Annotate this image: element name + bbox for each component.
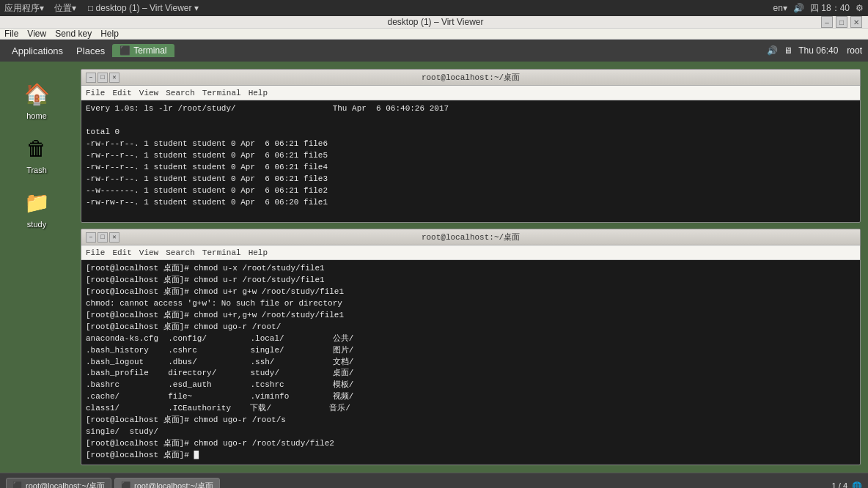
window-title-sys[interactable]: □ desktop (1) – Virt Viewer ▾ (88, 3, 199, 13)
trash-icon-label: Trash (26, 166, 47, 174)
desktop-icon-trash[interactable]: 🗑 Trash (19, 130, 54, 177)
term1-menu-help[interactable]: Help (249, 89, 268, 97)
term1-menu-edit[interactable]: Edit (112, 89, 131, 97)
term1-close[interactable]: ✕ (109, 73, 119, 83)
menu-help[interactable]: Help (100, 29, 119, 39)
study-icon-label: study (27, 220, 46, 229)
term1-minimize[interactable]: – (86, 73, 96, 83)
sys-left: 应用程序▾ 位置▾ □ desktop (1) – Virt Viewer ▾ (4, 2, 199, 15)
vm-area: Applications Places ⬛ Terminal 🔊 🖥 Thu 0… (0, 40, 868, 488)
term1-content: Every 1.0s: ls -lr /root/study/ Thu Apr … (81, 100, 860, 211)
term2-menu-search[interactable]: Search (166, 248, 195, 257)
term1-menu-view[interactable]: View (139, 89, 158, 97)
maximize-button[interactable]: □ (836, 16, 847, 28)
terminals-area: – □ ✕ root@localhost:~/桌面 File Edit View… (73, 62, 868, 473)
virt-title-bar: desktop (1) – Virt Viewer – □ ✕ (0, 16, 868, 29)
taskbar-term1-icon: ⬛ (12, 481, 23, 488)
menu-file[interactable]: File (4, 29, 18, 39)
term1-menu-file[interactable]: File (86, 89, 105, 97)
sys-right: en▾ 🔊 四 18：40 ⚙ (773, 2, 864, 15)
menu-sendkey[interactable]: Send key (55, 29, 92, 39)
guest-terminal-tab[interactable]: ⬛ Terminal (112, 44, 174, 57)
virt-title-text: desktop (1) – Virt Viewer (50, 17, 821, 27)
term2-text: [root@localhost 桌面]# chmod u-x /root/stu… (86, 263, 856, 462)
taskbar-globe-icon[interactable]: 🌐 (852, 481, 862, 488)
term2-title-bar: – □ ✕ root@localhost:~/桌面 (81, 229, 860, 245)
term2-close[interactable]: ✕ (109, 232, 119, 243)
terminal-tab-label: Terminal (133, 45, 166, 56)
term1-menu-terminal[interactable]: Terminal (202, 89, 241, 97)
taskbar-page-indicator: 1 / 4 (832, 481, 847, 488)
term2-minimize[interactable]: – (86, 232, 96, 243)
desktop-area: 🏠 home 🗑 Trash 📁 study (0, 62, 868, 473)
desktop-icon-study[interactable]: 📁 study (19, 185, 54, 232)
minimize-button[interactable]: – (821, 16, 833, 28)
app-menu-sys[interactable]: 应用程序▾ (4, 2, 44, 15)
taskbar-term2-label: root@localhost:~/桌面 (134, 481, 213, 488)
guest-applications-menu[interactable]: Applications (6, 44, 69, 58)
guest-user: root (847, 45, 862, 56)
guest-status-right: 🔊 🖥 Thu 06:40 root (767, 45, 862, 56)
term2-title: root@localhost:~/桌面 (119, 232, 822, 243)
guest-time: Thu 06:40 (798, 45, 838, 56)
sys-settings-icon[interactable]: ⚙ (856, 3, 864, 13)
term1-menu-bar: File Edit View Search Terminal Help (81, 86, 860, 100)
locale-indicator[interactable]: en▾ (773, 3, 787, 13)
term1-menu-search[interactable]: Search (166, 89, 195, 97)
term1-title-bar: – □ ✕ root@localhost:~/桌面 (81, 70, 860, 86)
term2-menu-terminal[interactable]: Terminal (202, 248, 241, 257)
close-button[interactable]: ✕ (850, 16, 862, 28)
study-folder-icon: 📁 (22, 188, 51, 217)
terminal-window-1: – □ ✕ root@localhost:~/桌面 File Edit View… (81, 69, 861, 223)
term2-menu-help[interactable]: Help (249, 248, 268, 257)
guest-volume-icon[interactable]: 🔊 (767, 45, 778, 56)
term1-text: Every 1.0s: ls -lr /root/study/ Thu Apr … (86, 103, 856, 208)
trash-icon: 🗑 (22, 133, 51, 163)
system-bar: 应用程序▾ 位置▾ □ desktop (1) – Virt Viewer ▾ … (0, 0, 868, 16)
menu-view[interactable]: View (27, 29, 46, 39)
term1-controls: – □ ✕ (86, 73, 119, 83)
sys-time: 四 18：40 (810, 2, 850, 15)
taskbar-right: 1 / 4 🌐 (832, 481, 862, 488)
home-icon-label: home (26, 111, 47, 120)
virt-menu-bar: File View Send key Help (0, 29, 868, 40)
desktop-icons-panel: 🏠 home 🗑 Trash 📁 study (0, 62, 73, 473)
terminal-tab-icon: ⬛ (119, 45, 130, 56)
taskbar-term2-icon: ⬛ (121, 481, 131, 488)
guest-display-icon: 🖥 (784, 45, 792, 56)
term2-controls: – □ ✕ (86, 232, 119, 243)
places-menu-sys[interactable]: 位置▾ (54, 2, 76, 15)
term2-menu-file[interactable]: File (86, 248, 105, 257)
taskbar-buttons-left: ⬛ root@localhost:~/桌面 ⬛ root@localhost:~… (6, 478, 220, 488)
virt-win-controls: – □ ✕ (821, 16, 862, 28)
term1-maximize[interactable]: □ (98, 73, 108, 83)
term2-menu-bar: File Edit View Search Terminal Help (81, 245, 860, 260)
guest-places-menu[interactable]: Places (70, 44, 111, 58)
terminal-window-2: – □ ✕ root@localhost:~/桌面 File Edit View… (81, 229, 861, 465)
taskbar-terminal2-btn[interactable]: ⬛ root@localhost:~/桌面 (114, 478, 220, 488)
guest-taskbar: ⬛ root@localhost:~/桌面 ⬛ root@localhost:~… (0, 473, 868, 488)
sys-volume-icon: 🔊 (793, 3, 804, 13)
term1-title: root@localhost:~/桌面 (119, 72, 822, 83)
guest-topbar: Applications Places ⬛ Terminal 🔊 🖥 Thu 0… (0, 40, 868, 62)
desktop-icon-home[interactable]: 🏠 home (19, 76, 54, 123)
taskbar-term1-label: root@localhost:~/桌面 (26, 481, 105, 488)
virt-viewer-window: desktop (1) – Virt Viewer – □ ✕ File Vie… (0, 16, 868, 488)
term2-content[interactable]: [root@localhost 桌面]# chmod u-x /root/stu… (81, 260, 860, 465)
home-icon: 🏠 (22, 79, 51, 108)
guest-menu-left: Applications Places ⬛ Terminal (6, 44, 174, 58)
term2-maximize[interactable]: □ (98, 232, 108, 243)
taskbar-terminal1-btn[interactable]: ⬛ root@localhost:~/桌面 (6, 478, 111, 488)
term2-menu-view[interactable]: View (139, 248, 158, 257)
term2-menu-edit[interactable]: Edit (112, 248, 131, 257)
